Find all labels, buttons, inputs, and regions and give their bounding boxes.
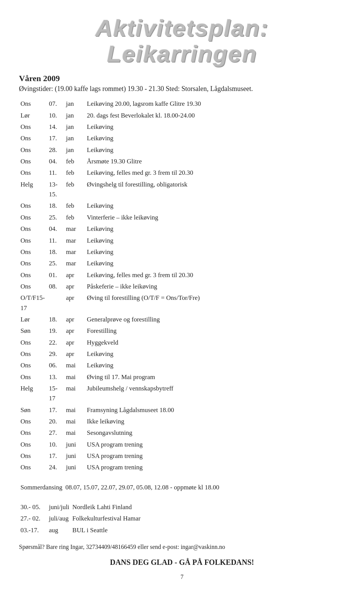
schedule-num: 06. [47,360,64,371]
trip-desc: BUL i Seattle [71,525,345,536]
schedule-desc: Leikøving 20.00, lagsrom kaffe Glitre 19… [85,98,345,110]
page-number: 7 [19,574,345,580]
schedule-row: Lør10.jan20. dags fest Beverlokalet kl. … [19,110,345,121]
schedule-day: Ons [19,121,47,133]
schedule-desc: Sesongavslutning [85,427,345,439]
schedule-month: feb [64,200,85,212]
schedule-row: Ons17.janLeikøving [19,133,345,144]
footer-slogan: DANS DEG GLAD - GÅ PÅ FOLKEDANS! [19,558,345,567]
trips-table: 30.- 05.juni/juliNordleik Lahti Finland2… [19,502,345,536]
schedule-month: apr [64,348,85,360]
schedule-day: Ons [19,427,47,439]
schedule-row: Ons22.aprHyggekveld [19,337,345,348]
schedule-day: Ons [19,156,47,167]
schedule-month: mar [64,235,85,246]
schedule-num: 20. [47,416,64,427]
schedule-month: jan [64,121,85,133]
schedule-day: Søn [19,404,47,416]
schedule-row: Ons04.febÅrsmøte 19.30 Glitre [19,156,345,167]
schedule-month: jan [64,110,85,121]
schedule-num: 17. [47,133,64,144]
trip-desc: Nordleik Lahti Finland [71,502,345,513]
trip-dates: 30.- 05. [19,502,47,513]
schedule-day: Ons [19,450,47,462]
schedule-month: jan [64,133,85,144]
schedule-day: Ons [19,462,47,473]
schedule-row: Ons18.marLeikøving [19,246,345,258]
schedule-month: juni [64,450,85,462]
schedule-day: Ons [19,439,47,450]
schedule-desc: Leikøving, felles med gr. 3 frem til 20.… [85,167,345,179]
schedule-day: Søn [19,325,47,337]
sommerdansing-row: Sommerdansing 08.07, 15.07, 22.07, 29.07… [19,477,345,498]
schedule-month: feb [64,167,85,179]
schedule-num: 04. [47,223,64,235]
schedule-desc: Leikøving [85,144,345,156]
schedule-month: mai [64,360,85,371]
schedule-num: 07. [47,98,64,110]
schedule-day: Helg [19,179,47,201]
schedule-desc: Leikøving [85,360,345,371]
schedule-day: Ons [19,200,47,212]
schedule-num: 22. [47,337,64,348]
schedule-desc: Vinterferie – ikke leikøving [85,212,345,223]
schedule-desc: Leikøving [85,258,345,269]
schedule-row: Ons25.febVinterferie – ikke leikøving [19,212,345,223]
schedule-row: Helg13-15.febØvingshelg til forestilling… [19,179,345,201]
schedule-num: 24. [47,462,64,473]
schedule-desc: Generalprøve og forestilling [85,314,345,325]
schedule-month: mai [64,404,85,416]
schedule-row: Helg15-17maiJubileumshelg / vennskapsbyt… [19,383,345,404]
schedule-month: juni [64,439,85,450]
schedule-row: Søn19.aprForestilling [19,325,345,337]
schedule-month: feb [64,212,85,223]
schedule-row: Ons20.maiIkke leikøving [19,416,345,427]
schedule-desc: Øving til 17. Mai program [85,372,345,383]
schedule-num: 08. [47,281,64,292]
schedule-row: Ons01.aprLeikøving, felles med gr. 3 fre… [19,270,345,281]
schedule-day: Ons [19,258,47,269]
schedule-day: Ons [19,98,47,110]
schedule-desc: Leikøving [85,133,345,144]
schedule-row: Ons18.febLeikøving [19,200,345,212]
schedule-row: Ons06.maiLeikøving [19,360,345,371]
trip-row: 27.- 02.juli/augFolkekulturfestival Hama… [19,513,345,524]
schedule-day: Ons [19,348,47,360]
trip-dates: 03.-17. [19,525,47,536]
schedule-month: apr [64,270,85,281]
schedule-row: Ons04.marLeikøving [19,223,345,235]
schedule-num: 13. [47,372,64,383]
schedule-desc: Leikøving [85,223,345,235]
sommerdansing-label: Sommerdansing [19,477,64,498]
contact-info: Spørsmål? Bare ring Ingar, 32734409/4816… [19,544,345,550]
schedule-num: 14. [47,121,64,133]
schedule-month: feb [64,156,85,167]
schedule-month: mai [64,416,85,427]
schedule-desc: Årsmøte 19.30 Glitre [85,156,345,167]
schedule-row: Ons08.aprPåskeferie – ikke leikøving [19,281,345,292]
schedule-num: 17. [47,404,64,416]
trip-month: juli/aug [47,513,71,524]
schedule-month: mai [64,372,85,383]
schedule-desc: 20. dags fest Beverlokalet kl. 18.00-24.… [85,110,345,121]
schedule-num: 11. [47,235,64,246]
schedule-month: apr [64,337,85,348]
schedule-day: Ons [19,167,47,179]
schedule-desc: Leikøving [85,235,345,246]
schedule-row: Ons07.janLeikøving 20.00, lagsrom kaffe … [19,98,345,110]
trip-month: juni/juli [47,502,71,513]
schedule-month: mai [64,383,85,404]
schedule-desc: Hyggekveld [85,337,345,348]
schedule-desc: Leikøving [85,200,345,212]
schedule-month: apr [64,292,85,314]
schedule-month: apr [64,314,85,325]
schedule-month: mar [64,223,85,235]
schedule-num: 25. [47,212,64,223]
trip-dates: 27.- 02. [19,513,47,524]
schedule-day: Ons [19,223,47,235]
schedule-num: 10. [47,439,64,450]
schedule-day: Lør [19,314,47,325]
schedule-day: Ons [19,372,47,383]
schedule-num: 01. [47,270,64,281]
schedule-row: Ons14.janLeikøving [19,121,345,133]
